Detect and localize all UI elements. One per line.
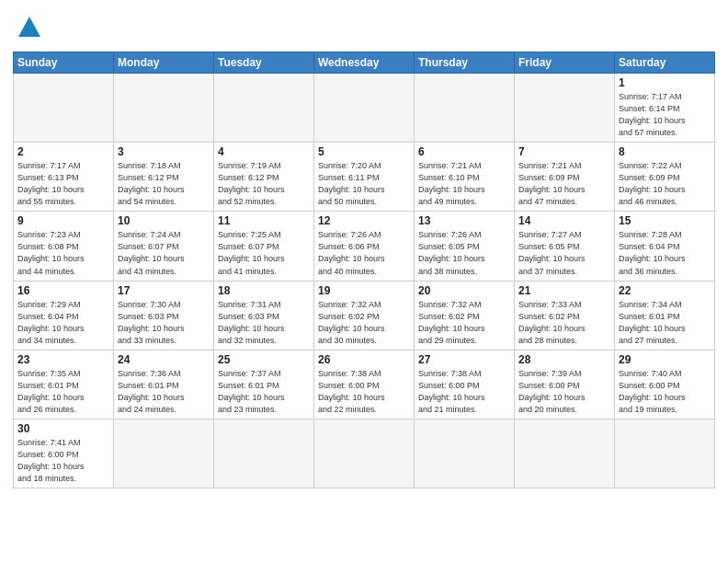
calendar-cell [415,419,515,488]
day-info: Sunrise: 7:33 AM Sunset: 6:02 PM Dayligh… [518,299,610,347]
calendar-cell: 21Sunrise: 7:33 AM Sunset: 6:02 PM Dayli… [515,281,615,350]
day-info: Sunrise: 7:29 AM Sunset: 6:04 PM Dayligh… [17,299,109,347]
calendar-cell: 19Sunrise: 7:32 AM Sunset: 6:02 PM Dayli… [314,281,415,350]
calendar-cell [114,419,214,488]
day-info: Sunrise: 7:17 AM Sunset: 6:13 PM Dayligh… [17,160,109,208]
calendar-cell: 8Sunrise: 7:22 AM Sunset: 6:09 PM Daylig… [615,143,715,212]
calendar-cell: 9Sunrise: 7:23 AM Sunset: 6:08 PM Daylig… [14,212,114,281]
day-number: 16 [17,284,109,297]
day-number: 27 [418,353,510,366]
weekday-header-wednesday: Wednesday [314,52,415,74]
calendar-cell: 28Sunrise: 7:39 AM Sunset: 6:00 PM Dayli… [515,350,615,419]
day-info: Sunrise: 7:37 AM Sunset: 6:01 PM Dayligh… [218,368,310,416]
day-info: Sunrise: 7:24 AM Sunset: 6:07 PM Dayligh… [118,229,210,277]
calendar-cell: 26Sunrise: 7:38 AM Sunset: 6:00 PM Dayli… [314,350,415,419]
day-number: 3 [118,145,210,158]
calendar-cell: 22Sunrise: 7:34 AM Sunset: 6:01 PM Dayli… [615,281,715,350]
calendar-cell [415,74,515,143]
calendar-cell: 25Sunrise: 7:37 AM Sunset: 6:01 PM Dayli… [214,350,314,419]
day-number: 17 [118,284,210,297]
day-number: 22 [619,284,711,297]
day-number: 13 [418,214,510,227]
calendar-cell: 15Sunrise: 7:28 AM Sunset: 6:04 PM Dayli… [615,212,715,281]
calendar-cell: 13Sunrise: 7:26 AM Sunset: 6:05 PM Dayli… [415,212,515,281]
day-info: Sunrise: 7:38 AM Sunset: 6:00 PM Dayligh… [418,368,510,416]
day-number: 20 [418,284,510,297]
calendar-cell: 18Sunrise: 7:31 AM Sunset: 6:03 PM Dayli… [214,281,314,350]
day-number: 19 [318,284,410,297]
day-number: 28 [518,353,610,366]
calendar-cell [14,74,114,143]
calendar-cell: 16Sunrise: 7:29 AM Sunset: 6:04 PM Dayli… [14,281,114,350]
day-info: Sunrise: 7:38 AM Sunset: 6:00 PM Dayligh… [318,368,410,416]
calendar-cell: 1Sunrise: 7:17 AM Sunset: 6:14 PM Daylig… [615,74,715,143]
logo [13,15,42,44]
day-number: 8 [619,145,711,158]
day-info: Sunrise: 7:41 AM Sunset: 6:00 PM Dayligh… [17,437,109,485]
day-number: 10 [118,214,210,227]
day-number: 5 [318,145,410,158]
day-info: Sunrise: 7:26 AM Sunset: 6:06 PM Dayligh… [318,229,410,277]
day-info: Sunrise: 7:26 AM Sunset: 6:05 PM Dayligh… [418,229,510,277]
day-info: Sunrise: 7:21 AM Sunset: 6:10 PM Dayligh… [418,160,510,208]
day-info: Sunrise: 7:32 AM Sunset: 6:02 PM Dayligh… [418,299,510,347]
calendar-cell: 11Sunrise: 7:25 AM Sunset: 6:07 PM Dayli… [214,212,314,281]
calendar-cell [515,74,615,143]
day-info: Sunrise: 7:28 AM Sunset: 6:04 PM Dayligh… [619,229,711,277]
day-info: Sunrise: 7:31 AM Sunset: 6:03 PM Dayligh… [218,299,310,347]
weekday-header-saturday: Saturday [615,52,715,74]
calendar-cell: 12Sunrise: 7:26 AM Sunset: 6:06 PM Dayli… [314,212,415,281]
weekday-header-thursday: Thursday [415,52,515,74]
calendar-cell: 10Sunrise: 7:24 AM Sunset: 6:07 PM Dayli… [114,212,214,281]
calendar-cell: 14Sunrise: 7:27 AM Sunset: 6:05 PM Dayli… [515,212,615,281]
day-number: 9 [17,214,109,227]
weekday-header-friday: Friday [515,52,615,74]
day-info: Sunrise: 7:39 AM Sunset: 6:00 PM Dayligh… [518,368,610,416]
calendar-cell: 7Sunrise: 7:21 AM Sunset: 6:09 PM Daylig… [515,143,615,212]
week-row-3: 9Sunrise: 7:23 AM Sunset: 6:08 PM Daylig… [14,212,715,281]
weekday-header-monday: Monday [114,52,214,74]
weekday-header-row: SundayMondayTuesdayWednesdayThursdayFrid… [14,52,715,74]
calendar-cell [114,74,214,143]
calendar-cell [214,74,314,143]
day-info: Sunrise: 7:17 AM Sunset: 6:14 PM Dayligh… [619,91,711,139]
day-number: 26 [318,353,410,366]
day-info: Sunrise: 7:27 AM Sunset: 6:05 PM Dayligh… [518,229,610,277]
calendar-cell [314,74,415,143]
week-row-2: 2Sunrise: 7:17 AM Sunset: 6:13 PM Daylig… [14,143,715,212]
day-number: 18 [218,284,310,297]
calendar: SundayMondayTuesdayWednesdayThursdayFrid… [13,52,715,488]
day-info: Sunrise: 7:22 AM Sunset: 6:09 PM Dayligh… [619,160,711,208]
day-number: 25 [218,353,310,366]
weekday-header-sunday: Sunday [14,52,114,74]
calendar-cell: 17Sunrise: 7:30 AM Sunset: 6:03 PM Dayli… [114,281,214,350]
svg-marker-0 [18,17,40,37]
day-info: Sunrise: 7:20 AM Sunset: 6:11 PM Dayligh… [318,160,410,208]
calendar-cell: 24Sunrise: 7:36 AM Sunset: 6:01 PM Dayli… [114,350,214,419]
day-number: 23 [17,353,109,366]
calendar-cell [214,419,314,488]
day-info: Sunrise: 7:36 AM Sunset: 6:01 PM Dayligh… [118,368,210,416]
day-info: Sunrise: 7:34 AM Sunset: 6:01 PM Dayligh… [619,299,711,347]
calendar-cell: 30Sunrise: 7:41 AM Sunset: 6:00 PM Dayli… [14,419,114,488]
calendar-cell: 2Sunrise: 7:17 AM Sunset: 6:13 PM Daylig… [14,143,114,212]
calendar-cell: 23Sunrise: 7:35 AM Sunset: 6:01 PM Dayli… [14,350,114,419]
logo-icon [17,15,42,44]
day-info: Sunrise: 7:21 AM Sunset: 6:09 PM Dayligh… [518,160,610,208]
day-number: 4 [218,145,310,158]
day-info: Sunrise: 7:25 AM Sunset: 6:07 PM Dayligh… [218,229,310,277]
day-number: 6 [418,145,510,158]
calendar-cell: 27Sunrise: 7:38 AM Sunset: 6:00 PM Dayli… [415,350,515,419]
week-row-6: 30Sunrise: 7:41 AM Sunset: 6:00 PM Dayli… [14,419,715,488]
day-number: 2 [17,145,109,158]
calendar-cell [515,419,615,488]
day-info: Sunrise: 7:35 AM Sunset: 6:01 PM Dayligh… [17,368,109,416]
day-info: Sunrise: 7:23 AM Sunset: 6:08 PM Dayligh… [17,229,109,277]
week-row-5: 23Sunrise: 7:35 AM Sunset: 6:01 PM Dayli… [14,350,715,419]
day-info: Sunrise: 7:30 AM Sunset: 6:03 PM Dayligh… [118,299,210,347]
calendar-cell: 4Sunrise: 7:19 AM Sunset: 6:12 PM Daylig… [214,143,314,212]
calendar-cell [615,419,715,488]
day-number: 21 [518,284,610,297]
week-row-4: 16Sunrise: 7:29 AM Sunset: 6:04 PM Dayli… [14,281,715,350]
day-info: Sunrise: 7:19 AM Sunset: 6:12 PM Dayligh… [218,160,310,208]
